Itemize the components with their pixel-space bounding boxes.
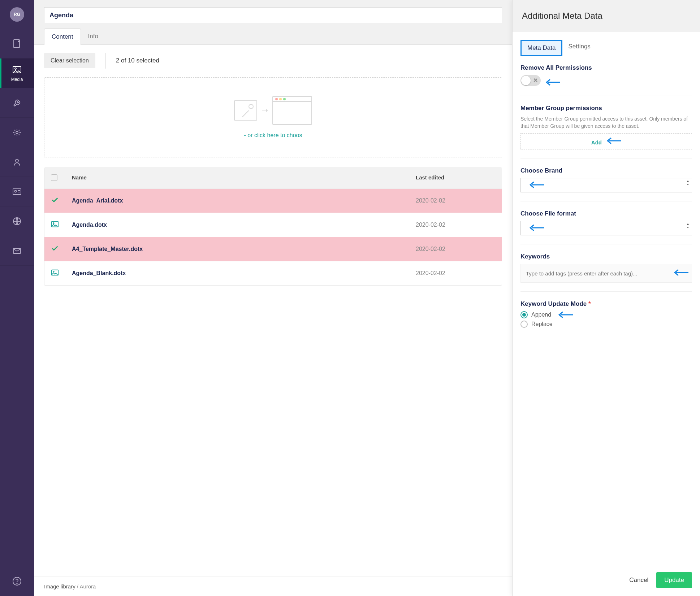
file-date: 2020-02-02 <box>416 270 495 277</box>
cancel-button[interactable]: Cancel <box>629 577 648 584</box>
file-date: 2020-02-02 <box>416 197 495 204</box>
svg-point-14 <box>53 271 54 272</box>
upload-dropzone[interactable]: ➝ - or click here to choos <box>44 77 502 157</box>
table-row[interactable]: Agenda.dotx2020-02-02 <box>44 213 502 237</box>
nav-translate[interactable] <box>0 206 34 236</box>
media-grid: Name Last edited Agenda_Arial.dotx2020-0… <box>44 168 502 286</box>
globe-icon <box>12 216 22 226</box>
file-date: 2020-02-02 <box>416 222 495 228</box>
mail-icon <box>12 246 22 256</box>
help-icon <box>12 576 22 586</box>
svg-point-2 <box>15 68 16 69</box>
gear-icon <box>12 127 22 138</box>
dropzone-illustration: ➝ <box>234 96 312 125</box>
tab-content[interactable]: Content <box>44 29 81 45</box>
svg-point-3 <box>16 131 18 134</box>
nav-mail[interactable] <box>0 236 34 266</box>
id-card-icon <box>12 187 22 197</box>
side-panel: Additional Meta Data Meta Data Settings … <box>512 0 700 596</box>
remove-permissions-label: Remove All Permissions <box>520 64 692 71</box>
nav-settings[interactable] <box>0 118 34 147</box>
main: Content Info Clear selection 2 of 10 sel… <box>34 0 512 596</box>
breadcrumb-root[interactable]: Image library <box>44 583 75 590</box>
panel-title: Additional Meta Data <box>522 11 691 21</box>
breadcrumb-current: Aurora <box>79 583 96 590</box>
svg-point-4 <box>16 159 18 162</box>
check-icon <box>51 244 59 252</box>
member-group-label: Member Group permissions <box>520 105 692 112</box>
keyword-mode-replace-label: Replace <box>531 321 553 327</box>
col-last-edited: Last edited <box>416 174 495 182</box>
image-icon <box>51 269 59 277</box>
table-row[interactable]: Agenda_Arial.dotx2020-02-02 <box>44 188 502 213</box>
file-name: Agenda.dotx <box>72 222 416 228</box>
file-name: Agenda_Arial.dotx <box>72 197 416 204</box>
keywords-label: Keywords <box>520 253 692 260</box>
tab-info[interactable]: Info <box>81 28 105 44</box>
svg-rect-5 <box>13 189 21 195</box>
annotation-arrow <box>530 181 544 188</box>
member-group-desc: Select the Member Group permitted access… <box>520 116 692 130</box>
svg-rect-0 <box>14 40 20 48</box>
nav-tools[interactable] <box>0 88 34 118</box>
nav-media-label: Media <box>11 77 23 82</box>
select-all-checkbox[interactable] <box>51 174 57 181</box>
clear-selection-button[interactable]: Clear selection <box>44 53 95 68</box>
avatar[interactable]: RG <box>10 7 24 22</box>
svg-point-10 <box>17 583 17 584</box>
choose-brand-select[interactable] <box>520 178 692 192</box>
keyword-mode-label: Keyword Update Mode * <box>520 300 692 308</box>
remove-permissions-toggle[interactable]: ✕ <box>520 75 541 86</box>
annotation-arrow <box>607 137 621 144</box>
nav-content[interactable] <box>0 29 34 58</box>
table-row[interactable]: A4_Template_Master.dotx2020-02-02 <box>44 237 502 261</box>
breadcrumb: Image library / Aurora <box>44 583 96 590</box>
file-date: 2020-02-02 <box>416 246 495 252</box>
annotation-arrow <box>546 79 560 86</box>
divider <box>105 53 106 69</box>
choose-fileformat-select[interactable] <box>520 221 692 235</box>
grid-header: Name Last edited <box>44 168 502 188</box>
keyword-mode-replace-radio[interactable] <box>520 321 528 328</box>
content-tabs: Content Info <box>44 28 502 44</box>
keywords-input[interactable] <box>520 264 692 283</box>
document-icon <box>12 39 22 49</box>
dropzone-text: - or click here to choos <box>244 132 302 139</box>
annotation-arrow <box>558 311 573 318</box>
close-icon: ✕ <box>533 77 538 84</box>
wrench-icon <box>12 98 22 108</box>
file-name: A4_Template_Master.dotx <box>72 246 416 252</box>
table-row[interactable]: Agenda_Blank.dotx2020-02-02 <box>44 261 502 285</box>
update-button[interactable]: Update <box>656 572 692 588</box>
nav-members[interactable] <box>0 177 34 206</box>
nav-users[interactable] <box>0 147 34 177</box>
svg-point-6 <box>15 190 17 192</box>
col-name: Name <box>72 174 416 182</box>
user-icon <box>12 157 22 167</box>
file-name: Agenda_Blank.dotx <box>72 270 416 277</box>
image-icon <box>51 220 59 228</box>
sidebar: RG Media <box>0 0 34 596</box>
choose-fileformat-label: Choose File format <box>520 210 692 217</box>
annotation-arrow <box>674 269 688 276</box>
selection-count: 2 of 10 selected <box>116 57 159 64</box>
keyword-mode-append-label: Append <box>531 312 551 318</box>
member-group-add-button[interactable]: Add <box>520 133 692 149</box>
panel-tab-settings[interactable]: Settings <box>562 39 596 56</box>
image-icon <box>12 65 22 75</box>
annotation-arrow <box>530 224 544 231</box>
help-button[interactable] <box>12 576 22 587</box>
nav-media[interactable]: Media <box>0 58 34 88</box>
page-title-input[interactable] <box>44 7 502 23</box>
keyword-mode-append-radio[interactable] <box>520 311 528 318</box>
svg-point-12 <box>53 223 54 224</box>
choose-brand-label: Choose Brand <box>520 167 692 174</box>
required-star: * <box>588 300 591 307</box>
panel-tab-metadata[interactable]: Meta Data <box>520 40 562 56</box>
check-icon <box>51 196 59 204</box>
